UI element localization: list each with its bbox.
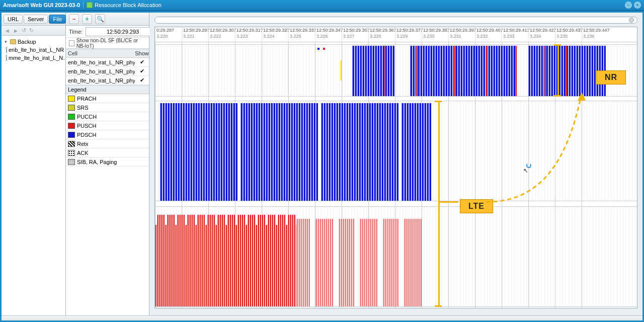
os-scrollbar[interactable] [2, 315, 642, 320]
cells-header-cell: Cell [66, 50, 135, 56]
side-panel: − + 🔍 Time: Show non-DL SF (BL/CE or NB-… [66, 13, 149, 320]
legend-row: PDSCH [66, 130, 149, 139]
scrollbar-thumb[interactable] [629, 18, 634, 23]
tab-server[interactable]: Server [24, 15, 48, 24]
legend-label: SRS [77, 105, 89, 111]
nr-bracket [557, 44, 559, 97]
close-icon[interactable]: × [634, 2, 641, 9]
time-row: Time: [66, 26, 149, 38]
tree-collapse-icon[interactable]: ▾ [5, 39, 9, 44]
lanes: NR LTE ↖ [155, 42, 637, 308]
legend-swatch [68, 159, 75, 165]
sp-toolbar: − + 🔍 [66, 13, 149, 26]
cell-name: enb_lte_ho_irat_L_NR_phy_tr… [66, 59, 135, 65]
legend-label: PUSCH [77, 123, 97, 129]
title-bar: Amarisoft Web GUI 2023-03-0 Ressource Bl… [0, 0, 644, 11]
legend-row: PRACH [66, 94, 149, 103]
folder-icon [10, 39, 16, 44]
cell-show-toggle[interactable]: ✔ [135, 59, 149, 65]
legend-row: PUCCH [66, 112, 149, 121]
doc-icon [87, 2, 93, 8]
zoom-in-button[interactable]: + [82, 14, 92, 24]
tree-file-label: enb_lte_ho_irat_L_NR… [9, 47, 64, 53]
lte-bracket [438, 101, 440, 307]
legend-swatch [68, 114, 75, 120]
legend-label: PUCCH [77, 114, 97, 120]
anno-nr: NR [596, 70, 626, 85]
show-non-dl-row[interactable]: Show non-DL SF (BL/CE or NB-IoT) [66, 38, 149, 49]
cells-header: Cell Show [66, 49, 149, 58]
nav-fwd-icon[interactable]: ► [13, 28, 19, 34]
tree-file-label: mme_lte_ho_irat_L_N… [9, 55, 64, 61]
plot-area: 0:29.2873.22012:50:29.2973.22112:50:29.3… [149, 13, 642, 320]
file-icon [6, 55, 7, 61]
checkbox-icon[interactable] [69, 40, 74, 46]
legend-label: PDSCH [77, 132, 97, 138]
time-input[interactable] [86, 27, 160, 36]
legend-swatch [68, 132, 75, 138]
nav-back-icon[interactable]: ◄ [5, 28, 10, 34]
file-icon [6, 47, 7, 53]
lane-nr[interactable] [155, 44, 637, 97]
legend-swatch [68, 141, 75, 147]
source-tabs: URL Server File [2, 13, 65, 26]
legend-swatch [68, 150, 75, 156]
legend-row: SRS [66, 103, 149, 112]
doc-title: Ressource Block Allocation [95, 2, 162, 8]
legend-row: PUSCH [66, 121, 149, 130]
nav-down-icon[interactable]: ↻ [29, 27, 34, 34]
search-button[interactable]: 🔍 [95, 14, 105, 24]
legend-label: Retx [77, 141, 89, 147]
cell-row[interactable]: enb_lte_ho_irat_L_NR_phy_tr… ✔ [66, 58, 149, 67]
legend-row: SIB, RA, Paging [66, 157, 149, 167]
cell-name: enb_lte_ho_irat_L_NR_phy_tr… [66, 68, 135, 74]
app-title: Amarisoft Web GUI 2023-03-0 [3, 2, 80, 8]
legend-header: Legend [66, 85, 149, 94]
legend-label: PRACH [77, 96, 97, 102]
left-column: URL Server File ◄ ► ↺ ↻ ▾ Backup enb_lte… [2, 13, 66, 320]
anno-lte: LTE [460, 199, 493, 213]
legend-row: Retx [66, 139, 149, 148]
tab-file[interactable]: File [49, 15, 66, 24]
rb-allocation-plot[interactable]: 0:29.2873.22012:50:29.2973.22112:50:29.3… [154, 27, 637, 308]
cell-show-toggle[interactable]: ✔ [135, 68, 149, 74]
zoom-out-button[interactable]: − [69, 14, 79, 24]
nav-up-icon[interactable]: ↺ [22, 27, 26, 34]
cell-show-toggle[interactable]: ✔ [135, 77, 149, 84]
legend-row: ACK [66, 148, 149, 157]
file-tree[interactable]: ▾ Backup enb_lte_ho_irat_L_NR… mme_lte_h… [2, 36, 65, 320]
show-non-dl-label: Show non-DL SF (BL/CE or NB-IoT) [76, 38, 146, 49]
lane-lte-dl[interactable] [155, 101, 637, 201]
tree-file[interactable]: mme_lte_ho_irat_L_N… [3, 54, 64, 62]
time-axis: 0:29.2873.22012:50:29.2973.22112:50:29.3… [155, 27, 637, 42]
legend-label: SIB, RA, Paging [77, 159, 117, 165]
tree-file[interactable]: enb_lte_ho_irat_L_NR… [3, 46, 64, 54]
cell-row[interactable]: enb_lte_ho_irat_L_NR_phy_tr… ✔ [66, 76, 149, 85]
legend-swatch [68, 96, 75, 102]
cell-row[interactable]: enb_lte_ho_irat_L_NR_phy_tr… ✔ [66, 67, 149, 76]
main-frame: URL Server File ◄ ► ↺ ↻ ▾ Backup enb_lte… [0, 11, 644, 322]
tree-folder-backup[interactable]: ▾ Backup [3, 38, 64, 46]
cell-name: enb_lte_ho_irat_L_NR_phy_tr… [66, 77, 135, 84]
legend-swatch [68, 105, 75, 111]
cells-header-show: Show [135, 50, 149, 56]
time-label: Time: [69, 29, 83, 35]
nav-strip: ◄ ► ↺ ↻ [2, 26, 65, 36]
legend-label: ACK [77, 150, 89, 156]
lane-lte-ul[interactable] [155, 206, 637, 307]
tree-folder-label: Backup [18, 39, 36, 45]
time-scrollbar[interactable] [154, 17, 637, 24]
tab-url[interactable]: URL [4, 15, 23, 24]
legend-swatch [68, 123, 75, 129]
minimize-icon[interactable]: − [625, 2, 632, 9]
